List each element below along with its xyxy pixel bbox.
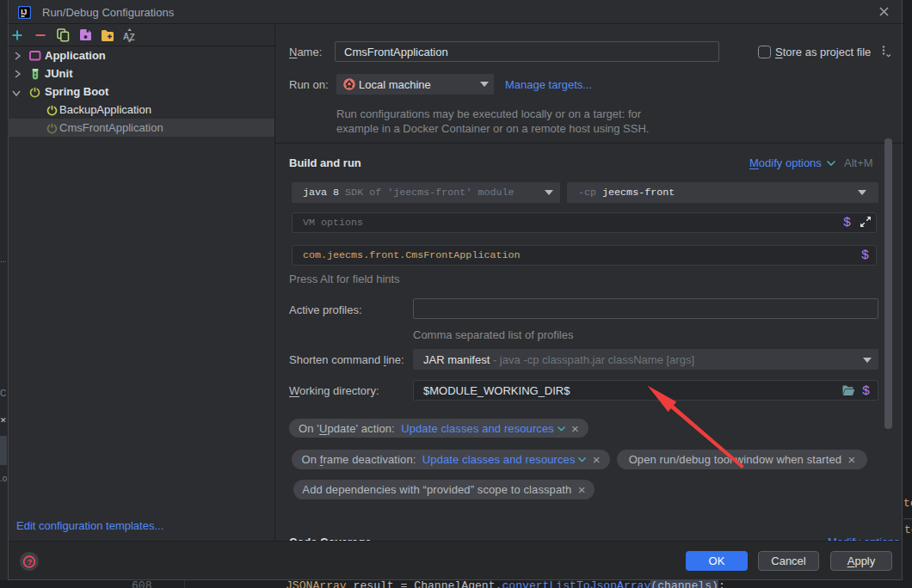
svg-text:A: A (123, 32, 129, 41)
svg-text:IJ: IJ (21, 8, 27, 16)
svg-text:?: ? (28, 557, 33, 567)
